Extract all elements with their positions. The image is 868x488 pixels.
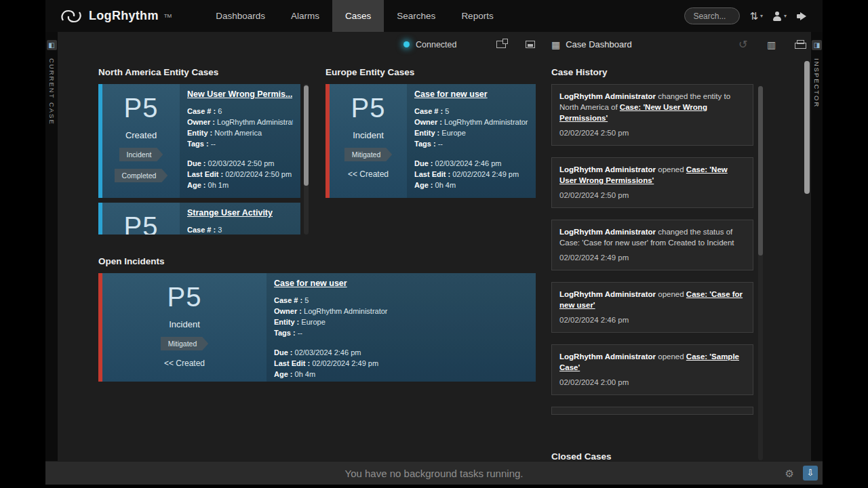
history-entry-partial <box>551 407 753 415</box>
scrollbar-thumb[interactable] <box>804 61 810 194</box>
case-details: New User Wrong Permis... Case # : 6 Owne… <box>180 84 300 198</box>
preferences-menu[interactable]: ⇅▾ <box>749 10 763 22</box>
main-scrollbar[interactable] <box>804 60 810 457</box>
dashboard-content: North America Entity Cases P5 Created In… <box>58 57 811 461</box>
case-field: Entity : Europe <box>414 127 528 138</box>
case-priority: P5 <box>351 93 386 123</box>
connection-status: Connected <box>403 32 456 57</box>
status-bar: You have no background tasks running. ⚙ … <box>45 461 823 485</box>
search-input[interactable] <box>684 7 740 24</box>
history-entry: LogRhythm Administrator opened Case: 'Ca… <box>551 282 753 333</box>
logrhythm-logo: LogRhythmTM <box>59 7 172 25</box>
status-transition-button[interactable]: Mitigated <box>344 148 393 161</box>
case-title-link[interactable]: Case for new user <box>274 279 347 288</box>
history-entry: LogRhythm Administrator opened Case: 'Sa… <box>551 344 753 395</box>
inspector-expand-button[interactable]: ◨ <box>812 40 822 50</box>
case-field: Entity : Europe <box>274 317 528 327</box>
case-field: Age : 0h 4m <box>274 369 528 380</box>
megaphone-icon <box>796 12 808 21</box>
scrollbar-thumb[interactable] <box>304 85 309 186</box>
section-title: Open Incidents <box>98 256 536 266</box>
priority-pane: P5 <box>102 203 180 235</box>
nav-tab-reports[interactable]: Reports <box>448 0 506 32</box>
case-field: Age : 0h 4m <box>414 180 528 190</box>
case-field: Due : 02/03/2024 2:46 pm <box>414 158 528 169</box>
case-title-link[interactable]: New User Wrong Permis... <box>187 89 292 99</box>
case-priority: P5 <box>124 211 159 235</box>
download-icon: ⇩ <box>807 468 814 478</box>
history-timestamp: 02/02/2024 2:00 pm <box>559 377 745 388</box>
history-actor: LogRhythm Administrator <box>559 228 656 236</box>
logrhythm-logo-mark <box>59 7 83 25</box>
print-button[interactable] <box>795 32 805 57</box>
case-card-case-for-new-user[interactable]: P5 Incident Mitigated << Created Case fo… <box>326 84 536 198</box>
case-field: Owner : LogRhythm Administrator <box>414 117 528 127</box>
case-field: Owner : LogRhythm Administrator <box>187 117 293 127</box>
undo-button[interactable]: ↺ <box>738 32 747 57</box>
scrollbar-thumb[interactable] <box>758 86 763 256</box>
app-window: LogRhythmTM Dashboards Alarms Cases Sear… <box>45 0 823 485</box>
nav-tab-searches[interactable]: Searches <box>384 0 448 32</box>
na-list-scrollbar[interactable] <box>304 84 309 235</box>
columns-button[interactable]: ▥ <box>767 32 776 57</box>
case-details: Case for new user Case # : 5 Owner : Log… <box>407 84 536 198</box>
case-history-section: Case History LogRhythm Administrator cha… <box>551 67 763 415</box>
current-case-tab[interactable]: CURRENT CASE <box>48 58 56 125</box>
case-field: Case # : 3 <box>187 224 293 235</box>
top-nav: LogRhythmTM Dashboards Alarms Cases Sear… <box>45 0 823 32</box>
nav-tab-cases[interactable]: Cases <box>332 0 384 32</box>
case-status: Created <box>125 130 157 140</box>
case-card-new-user-wrong-permissions[interactable]: P5 Created Incident Completed New User W… <box>98 84 300 198</box>
case-priority: P5 <box>124 93 159 123</box>
nav-tab-alarms[interactable]: Alarms <box>278 0 332 32</box>
history-scrollbar[interactable] <box>758 86 763 460</box>
case-field: Case # : 5 <box>274 295 528 306</box>
primary-nav-tabs: Dashboards Alarms Cases Searches Reports <box>203 0 506 32</box>
popout-icon <box>496 41 506 48</box>
previous-status: << Created <box>164 359 205 368</box>
chevron-down-icon: ▾ <box>760 13 763 19</box>
nav-right-controls: ⇅▾ ▾ <box>684 7 823 24</box>
history-timestamp: 02/02/2024 2:50 pm <box>559 190 745 201</box>
save-layout-button[interactable] <box>526 32 535 57</box>
dashboard-selector[interactable]: ▦ Case Dashboard <box>551 32 632 57</box>
connection-label: Connected <box>416 40 456 49</box>
gear-icon[interactable]: ⚙ <box>785 468 794 480</box>
history-actor: LogRhythm Administrator <box>559 165 656 174</box>
user-menu[interactable]: ▾ <box>772 12 787 21</box>
current-case-strip: ◧ CURRENT CASE <box>45 32 58 461</box>
download-tasks-button[interactable]: ⇩ <box>803 466 818 481</box>
history-timestamp: 02/02/2024 2:49 pm <box>559 252 745 263</box>
popout-panel-button[interactable] <box>496 32 506 57</box>
open-incidents-section: Open Incidents P5 Incident Mitigated << … <box>98 256 536 382</box>
nav-tab-dashboards[interactable]: Dashboards <box>203 0 278 32</box>
case-field: Case # : 6 <box>187 106 293 117</box>
main-panel: Connected ▦ Case Dashboard ↺ ▥ North Ame… <box>58 32 811 461</box>
case-card-open-incident[interactable]: P5 Incident Mitigated << Created Case fo… <box>98 273 536 382</box>
case-card-strange-user-activity[interactable]: P5 Strange User Activity Case # : 3 Owne… <box>98 203 300 235</box>
printer-icon <box>795 40 805 49</box>
section-title: Europe Entity Cases <box>326 67 536 77</box>
section-title: Case History <box>551 67 763 77</box>
history-timestamp: 02/02/2024 2:46 pm <box>559 314 745 325</box>
history-entry: LogRhythm Administrator opened Case: 'Ne… <box>551 157 753 208</box>
columns-icon: ▥ <box>767 39 776 50</box>
dashboard-grid-icon: ▦ <box>551 39 560 50</box>
status-transition-button[interactable]: Mitigated <box>161 337 209 350</box>
announcements-button[interactable] <box>796 12 808 21</box>
inspector-tab[interactable]: INSPECTOR <box>813 58 821 108</box>
current-case-expand-button[interactable]: ◧ <box>47 40 57 50</box>
case-field: Tags : -- <box>187 138 293 149</box>
history-entry: LogRhythm Administrator changed the enti… <box>551 84 753 146</box>
case-field: Owner : LogRhythm Administrator <box>274 306 528 317</box>
case-field: Last Edit : 02/02/2024 2:49 pm <box>414 169 528 180</box>
save-layout-icon <box>526 41 535 48</box>
history-actor: LogRhythm Administrator <box>559 352 656 361</box>
logo-text: LogRhythm <box>89 9 159 23</box>
case-title-link[interactable]: Strange User Activity <box>187 208 273 218</box>
north-america-section: North America Entity Cases P5 Created In… <box>98 67 309 235</box>
status-transition-button[interactable]: Completed <box>115 169 168 182</box>
status-transition-button[interactable]: Incident <box>119 148 163 161</box>
case-title-link[interactable]: Case for new user <box>414 89 488 99</box>
case-field: Case # : 5 <box>414 106 528 117</box>
